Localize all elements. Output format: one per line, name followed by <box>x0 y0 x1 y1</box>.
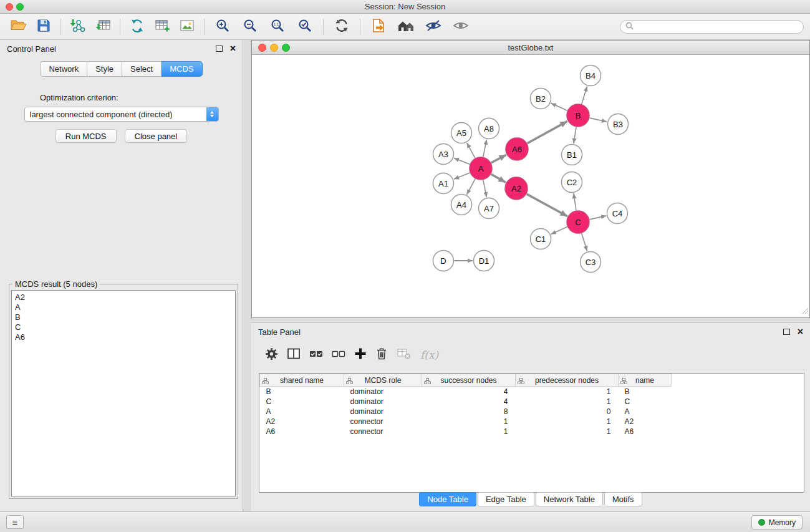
graph-node-D1[interactable]: D1 <box>474 251 494 271</box>
graph-edge-A-A8[interactable] <box>483 140 487 157</box>
column-browser-button[interactable] <box>287 347 301 362</box>
graph-edge-C-C4[interactable] <box>590 216 607 220</box>
graph-node-A7[interactable]: A7 <box>479 198 499 219</box>
column-header-predecessor-nodes[interactable]: predecessor nodes <box>516 374 619 387</box>
graph-edge-A-A2[interactable] <box>491 174 506 182</box>
table-row[interactable]: A6 connector 1 1 A6 <box>260 427 672 437</box>
close-panel-icon[interactable]: × <box>798 328 803 336</box>
table-cell[interactable]: B <box>619 387 672 397</box>
table-cell[interactable]: 1 <box>422 417 516 427</box>
table-settings-button[interactable] <box>265 347 278 363</box>
graph-node-A6[interactable]: A6 <box>506 138 528 160</box>
table-cell[interactable]: 1 <box>516 387 619 397</box>
graph-node-C4[interactable]: C4 <box>607 203 628 224</box>
tab-mcds[interactable]: MCDS <box>162 61 202 77</box>
table-cell[interactable]: A <box>260 407 344 417</box>
graph-edge-A-A6[interactable] <box>491 155 506 163</box>
graph-edge-B-B2[interactable] <box>551 103 567 110</box>
table-cell[interactable]: 8 <box>422 407 516 417</box>
graph-node-C1[interactable]: C1 <box>531 229 551 249</box>
list-item[interactable]: A <box>15 302 232 312</box>
tab-select[interactable]: Select <box>122 61 162 77</box>
network-graph[interactable]: B4B2BB3A5A8A6A3B1AC2A1A2A4A7C4CC1DD1C3 <box>252 55 809 317</box>
close-window-button[interactable] <box>6 3 13 11</box>
export-image-button[interactable] <box>175 16 200 37</box>
hide-graphics-details-button[interactable] <box>420 16 447 37</box>
table-cell[interactable]: A6 <box>619 427 672 437</box>
table-cell[interactable]: connector <box>344 427 422 437</box>
combo-stepper-icon[interactable] <box>206 107 218 121</box>
home-button[interactable] <box>392 16 420 37</box>
resize-grip[interactable] <box>801 306 809 317</box>
table-cell[interactable]: C <box>260 397 344 407</box>
task-history-button[interactable]: ≡ <box>6 515 24 529</box>
graph-node-B[interactable]: B <box>567 104 589 127</box>
graph-node-D[interactable]: D <box>433 251 454 271</box>
graph-node-B2[interactable]: B2 <box>531 89 551 109</box>
graph-node-A8[interactable]: A8 <box>479 118 499 139</box>
graph-edge-A-A5[interactable] <box>467 143 475 158</box>
float-panel-icon[interactable] <box>216 46 223 52</box>
graph-node-A5[interactable]: A5 <box>451 123 472 143</box>
table-cell[interactable]: 4 <box>422 387 516 397</box>
graph-node-C2[interactable]: C2 <box>562 172 582 193</box>
tab-network[interactable]: Network <box>40 61 87 77</box>
graph-node-A2[interactable]: A2 <box>505 177 528 200</box>
import-network-button[interactable] <box>65 16 90 37</box>
zoom-fit-button[interactable] <box>291 16 319 37</box>
create-column-button[interactable] <box>354 347 367 362</box>
table-cell[interactable]: 1 <box>422 427 516 437</box>
refresh-view-button[interactable] <box>328 16 355 37</box>
column-header-successor-nodes[interactable]: successor nodes <box>422 374 516 387</box>
column-header-shared-name[interactable]: shared name <box>260 374 344 387</box>
tab-motifs[interactable]: Motifs <box>604 492 642 506</box>
tab-style[interactable]: Style <box>87 61 122 77</box>
table-row[interactable]: A2 connector 1 1 A2 <box>260 417 672 427</box>
open-session-button[interactable] <box>6 16 31 37</box>
table-row[interactable]: C dominator 4 1 C <box>260 397 672 407</box>
tab-node-table[interactable]: Node Table <box>419 492 476 506</box>
delete-column-button[interactable] <box>375 347 388 363</box>
mcds-result-list[interactable]: A2 A B C A6 <box>11 290 236 496</box>
graph-edge-A6-B[interactable] <box>528 121 567 143</box>
network-canvas[interactable]: B4B2BB3A5A8A6A3B1AC2A1A2A4A7C4CC1DD1C3 <box>252 55 809 317</box>
memory-button[interactable]: Memory <box>751 515 803 530</box>
graph-node-A1[interactable]: A1 <box>433 173 454 194</box>
close-panel-button[interactable]: Close panel <box>125 129 188 143</box>
graph-edge-B-B4[interactable] <box>582 86 587 104</box>
optimization-criterion-select[interactable]: largest connected component (directed) <box>24 107 219 122</box>
graph-node-B1[interactable]: B1 <box>562 145 582 165</box>
show-graphics-details-button[interactable] <box>447 16 475 37</box>
graph-node-A[interactable]: A <box>470 157 492 180</box>
table-cell[interactable]: C <box>619 397 672 407</box>
column-header-name[interactable]: name <box>619 374 672 387</box>
table-cell[interactable]: 0 <box>516 407 619 417</box>
list-item[interactable]: A6 <box>15 332 232 342</box>
table-cell[interactable]: dominator <box>344 407 422 417</box>
graph-edge-A-A3[interactable] <box>454 158 470 164</box>
list-item[interactable]: A2 <box>15 293 232 302</box>
new-table-button[interactable] <box>150 16 175 37</box>
network-minimize-button[interactable] <box>270 44 278 52</box>
export-document-button[interactable] <box>365 16 392 37</box>
search-input[interactable] <box>637 22 798 31</box>
network-zoom-button[interactable] <box>282 44 290 52</box>
select-all-button[interactable] <box>309 347 323 362</box>
fullscreen-window-button[interactable] <box>16 3 24 11</box>
save-session-button[interactable] <box>31 16 56 37</box>
float-panel-icon[interactable] <box>783 329 790 335</box>
graph-node-A4[interactable]: A4 <box>451 195 472 215</box>
column-header-mcds-role[interactable]: MCDS role <box>344 374 422 387</box>
tab-network-table[interactable]: Network Table <box>536 492 603 506</box>
graph-node-B3[interactable]: B3 <box>608 114 629 135</box>
table-cell[interactable]: 1 <box>516 427 619 437</box>
tab-edge-table[interactable]: Edge Table <box>478 492 534 506</box>
graph-node-C3[interactable]: C3 <box>581 252 601 273</box>
graph-edge-A-A1[interactable] <box>454 173 470 179</box>
graph-edge-C-C1[interactable] <box>551 227 567 235</box>
table-cell[interactable]: A2 <box>619 417 672 427</box>
table-cell[interactable]: A2 <box>260 417 344 427</box>
graph-node-B4[interactable]: B4 <box>581 65 601 86</box>
table-cell[interactable]: dominator <box>344 397 422 407</box>
graph-edge-C-C3[interactable] <box>582 233 587 251</box>
